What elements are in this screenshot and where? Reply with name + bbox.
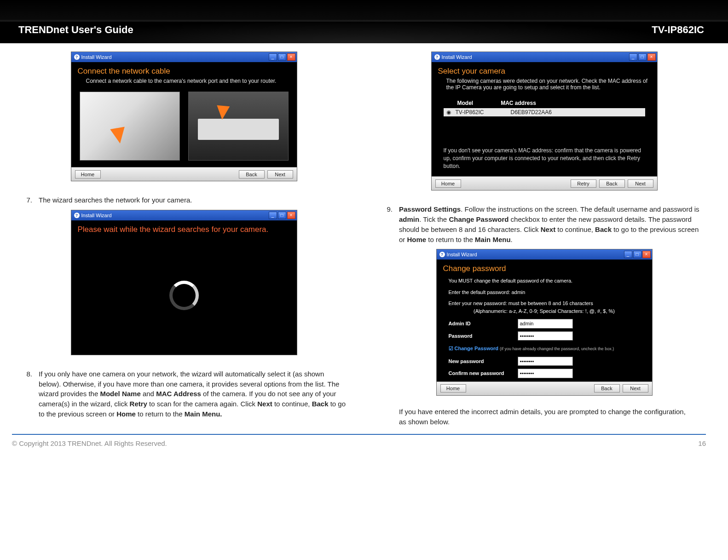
- back-button[interactable]: Back: [599, 179, 625, 188]
- col-mac: MAC address: [501, 100, 536, 106]
- window-title: Install Wizard: [442, 54, 472, 60]
- step-text: Password Settings. Follow the instructio…: [399, 204, 706, 244]
- checkbox-icon[interactable]: ☑: [449, 346, 455, 351]
- step-7: 7. The wizard searches the network for y…: [22, 195, 346, 205]
- closing-paragraph: If you have entered the incorrect admin …: [399, 407, 689, 427]
- step-number: 7.: [22, 195, 32, 205]
- label-admin-id: Admin ID: [449, 320, 518, 328]
- model-number: TV-IP862IC: [652, 24, 704, 36]
- radio-icon[interactable]: ◉: [446, 109, 456, 115]
- label-password: Password: [449, 332, 518, 340]
- window-title: Install Wizard: [81, 54, 112, 60]
- wizard-searching: ?Install Wizard _ □ × Please wait while …: [71, 210, 297, 355]
- wizard-connect-cable: ?Install Wizard _ □ × Connect the networ…: [71, 52, 297, 181]
- wizard-heading: Change password: [437, 260, 652, 275]
- col-model: Model: [457, 100, 474, 106]
- home-button[interactable]: Home: [435, 179, 461, 188]
- step-number: 8.: [22, 369, 32, 419]
- cell-model: TV-IP862IC: [456, 109, 511, 115]
- pw-line1: You MUST change the default password of …: [449, 277, 640, 285]
- copyright: © Copyright 2013 TRENDnet. All Rights Re…: [12, 439, 167, 447]
- step-text: If you only have one camera on your netw…: [39, 369, 346, 419]
- titlebar: ?Install Wizard _ □ ×: [437, 249, 652, 260]
- help-note: If you don't see your camera's MAC addre…: [432, 145, 657, 176]
- label-new-password: New password: [449, 358, 518, 365]
- wizard-heading: Connect the network cable: [71, 62, 297, 78]
- close-icon[interactable]: ×: [642, 251, 651, 258]
- wizard-subtext: The following cameras were detected on y…: [432, 78, 657, 95]
- camera-row[interactable]: ◉ TV-IP862IC D6EB97D22AA6: [444, 108, 645, 116]
- minimize-icon[interactable]: _: [269, 53, 277, 61]
- app-icon: ?: [74, 213, 80, 218]
- wizard-subtext: Connect a network cable to the camera's …: [71, 78, 297, 89]
- cell-mac: D6EB97D22AA6: [511, 109, 642, 115]
- wizard-heading: Please wait while the wizard searches fo…: [71, 220, 297, 236]
- app-icon: ?: [434, 54, 440, 60]
- app-icon: ?: [74, 54, 80, 60]
- home-button[interactable]: Home: [440, 384, 466, 393]
- camera-photo: [80, 92, 180, 161]
- next-button[interactable]: Next: [623, 384, 648, 393]
- step-text: The wizard searches the network for your…: [39, 195, 192, 205]
- titlebar: ?Install Wizard _ □ ×: [432, 52, 657, 62]
- pw-line2: Enter the default password: admin: [449, 289, 640, 296]
- maximize-icon[interactable]: □: [278, 212, 286, 219]
- table-header: Model MAC address: [444, 98, 645, 108]
- maximize-icon[interactable]: □: [633, 251, 641, 258]
- close-icon[interactable]: ×: [287, 212, 295, 219]
- wizard-select-camera: ?Install Wizard _ □ × Select your camera…: [431, 52, 658, 191]
- minimize-icon[interactable]: _: [629, 53, 637, 61]
- step-9: 9. Password Settings. Follow the instruc…: [382, 204, 706, 244]
- maximize-icon[interactable]: □: [638, 53, 647, 61]
- spinner-icon: [169, 281, 199, 310]
- pw-line3b: (Alphanumeric: a-z, A-Z, 0-9; Special Ch…: [449, 307, 640, 315]
- retry-button[interactable]: Retry: [571, 179, 596, 188]
- next-button[interactable]: Next: [628, 179, 653, 188]
- pw-line3: Enter your new password: must be between…: [449, 300, 640, 307]
- window-title: Install Wizard: [81, 213, 112, 218]
- wizard-heading: Select your camera: [432, 62, 657, 78]
- guide-title: TRENDnet User's Guide: [18, 24, 133, 36]
- step-number: 9.: [382, 204, 393, 244]
- page-footer: © Copyright 2013 TRENDnet. All Rights Re…: [12, 434, 706, 458]
- close-icon[interactable]: ×: [287, 53, 295, 61]
- admin-id-field[interactable]: admin: [518, 319, 573, 329]
- router-photo: [188, 92, 289, 161]
- password-field[interactable]: ••••••••: [518, 331, 573, 341]
- label-confirm-password: Confirm new password: [449, 369, 518, 377]
- maximize-icon[interactable]: □: [278, 53, 286, 61]
- step-8: 8. If you only have one camera on your n…: [22, 369, 346, 419]
- window-title: Install Wizard: [447, 252, 477, 257]
- titlebar: ?Install Wizard _ □ ×: [71, 52, 297, 62]
- titlebar: ?Install Wizard _ □ ×: [71, 210, 297, 220]
- new-password-field[interactable]: ••••••••: [518, 357, 573, 366]
- app-icon: ?: [439, 252, 445, 257]
- back-button[interactable]: Back: [239, 170, 265, 179]
- close-icon[interactable]: ×: [647, 53, 656, 61]
- page-number: 16: [698, 439, 706, 447]
- minimize-icon[interactable]: _: [624, 251, 632, 258]
- home-button[interactable]: Home: [75, 170, 101, 179]
- change-password-checkbox[interactable]: ☑ Change Password (If you have already c…: [449, 342, 640, 355]
- wizard-change-password: ?Install Wizard _ □ × Change password Yo…: [436, 249, 653, 396]
- minimize-icon[interactable]: _: [269, 212, 277, 219]
- page-header: TRENDnet User's Guide TV-IP862IC: [0, 0, 728, 43]
- confirm-password-field[interactable]: ••••••••: [518, 369, 573, 378]
- back-button[interactable]: Back: [594, 384, 620, 393]
- next-button[interactable]: Next: [267, 170, 293, 179]
